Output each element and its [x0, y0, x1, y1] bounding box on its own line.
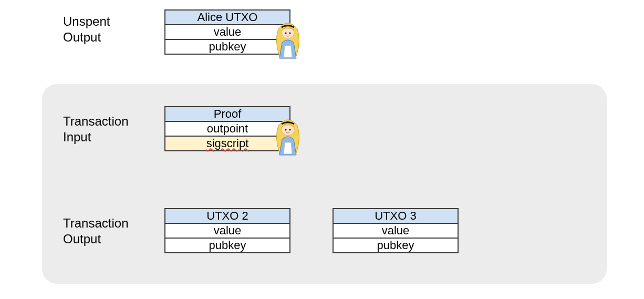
- label-tx-input: Transaction Input: [63, 114, 129, 145]
- svg-point-2: [289, 32, 290, 34]
- cell-value: value: [164, 223, 290, 239]
- label-text: Output: [63, 30, 101, 44]
- alice-icon: [273, 19, 303, 60]
- box-utxo-3: UTXO 3 value pubkey: [333, 208, 459, 253]
- alice-icon: [273, 116, 303, 157]
- box-proof: Proof outpoint sigscript: [164, 106, 290, 151]
- diagram-canvas: Unspent Output Alice UTXO value pubkey: [0, 0, 644, 299]
- sigscript-text: sigscript: [206, 137, 249, 150]
- label-text: Output: [63, 232, 101, 246]
- svg-point-1: [285, 32, 286, 34]
- label-text: Unspent: [63, 14, 110, 28]
- cell-header: UTXO 3: [333, 208, 459, 224]
- cell-value: value: [164, 24, 290, 40]
- svg-point-5: [289, 129, 290, 130]
- cell-header: UTXO 2: [164, 208, 290, 224]
- box-utxo-2: UTXO 2 value pubkey: [164, 208, 290, 253]
- cell-header: Proof: [164, 106, 290, 122]
- cell-sigscript: sigscript: [164, 136, 290, 151]
- cell-header: Alice UTXO: [164, 9, 290, 25]
- cell-outpoint: outpoint: [164, 121, 290, 137]
- cell-pubkey: pubkey: [333, 238, 459, 253]
- cell-value: value: [333, 223, 459, 239]
- svg-point-4: [285, 129, 286, 130]
- cell-pubkey: pubkey: [164, 39, 290, 55]
- cell-pubkey: pubkey: [164, 238, 290, 253]
- label-unspent-output: Unspent Output: [63, 14, 110, 45]
- label-text: Transaction: [63, 114, 129, 128]
- box-alice-utxo: Alice UTXO value pubkey: [164, 9, 290, 55]
- label-text: Input: [63, 130, 91, 144]
- label-tx-output: Transaction Output: [63, 215, 129, 247]
- label-text: Transaction: [63, 216, 129, 230]
